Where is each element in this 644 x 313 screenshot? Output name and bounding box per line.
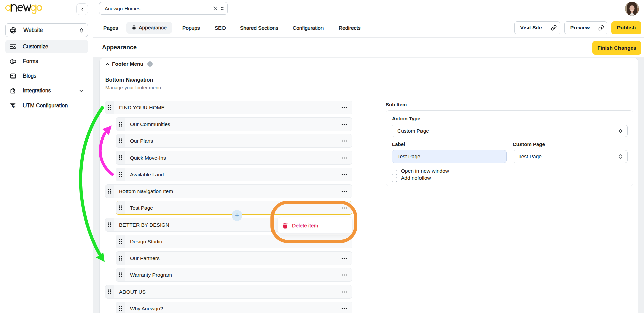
svg-text:$: $ bbox=[14, 106, 15, 108]
